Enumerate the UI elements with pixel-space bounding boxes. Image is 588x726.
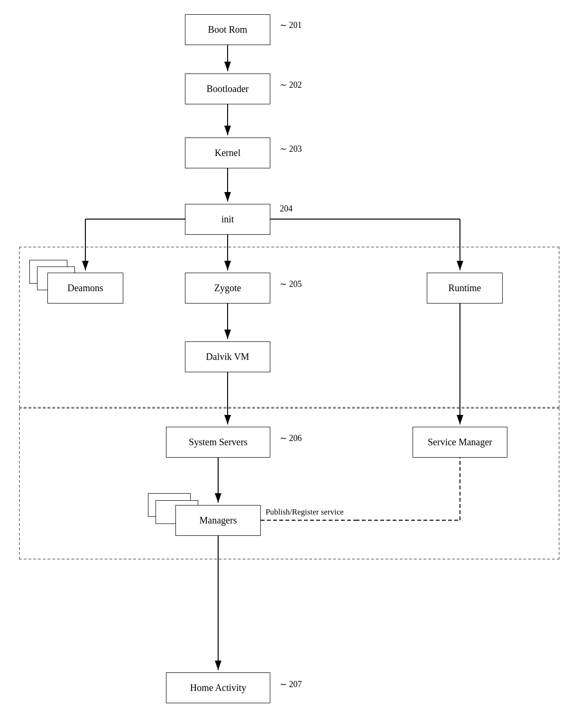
bootloader-ref: ∼ 202 (280, 80, 302, 90)
boot-rom-ref: ∼ 201 (280, 20, 302, 30)
zygote-label: Zygote (214, 283, 241, 294)
dalvik-vm-label: Dalvik VM (206, 351, 249, 362)
init-ref: 204 (280, 204, 293, 214)
managers-label: Managers (200, 515, 237, 526)
publish-register-label: Publish/Register service (266, 507, 344, 517)
home-activity-label: Home Activity (190, 682, 246, 693)
home-activity-ref: ∼ 207 (280, 679, 302, 689)
dalvik-vm-box: Dalvik VM (185, 341, 270, 372)
system-servers-box: System Servers (166, 427, 270, 458)
bootloader-label: Bootloader (207, 83, 249, 94)
boot-rom-label: Boot Rom (208, 24, 248, 35)
system-servers-ref: ∼ 206 (280, 433, 302, 443)
deamons-box: Deamons (47, 273, 123, 303)
region-1 (19, 247, 560, 408)
init-box: init (185, 204, 270, 235)
zygote-box: Zygote (185, 273, 270, 303)
kernel-box: Kernel (185, 138, 270, 168)
runtime-box: Runtime (427, 273, 503, 303)
managers-box: Managers (175, 505, 261, 536)
zygote-ref: ∼ 205 (280, 279, 302, 289)
diagram: Boot Rom ∼ 201 Bootloader ∼ 202 Kernel ∼… (0, 0, 588, 726)
init-label: init (221, 214, 234, 225)
service-manager-label: Service Manager (428, 437, 492, 448)
bootloader-box: Bootloader (185, 74, 270, 104)
runtime-label: Runtime (449, 283, 481, 294)
system-servers-label: System Servers (189, 437, 248, 448)
kernel-label: Kernel (215, 147, 240, 158)
deamons-label: Deamons (67, 283, 103, 294)
kernel-ref: ∼ 203 (280, 144, 302, 154)
boot-rom-box: Boot Rom (185, 14, 270, 45)
service-manager-box: Service Manager (413, 427, 507, 458)
home-activity-box: Home Activity (166, 672, 270, 703)
